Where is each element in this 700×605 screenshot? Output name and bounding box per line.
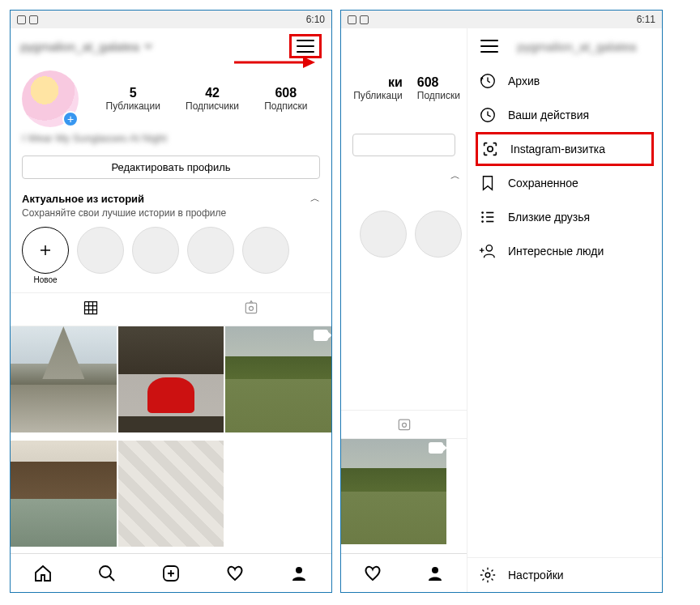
app-status-icon xyxy=(29,15,38,24)
highlight-placeholder xyxy=(187,227,234,284)
posts-label-cut: Публикаци xyxy=(353,90,403,101)
profile-bio: I Wear My Sunglasses At Night xyxy=(11,127,331,147)
app-status-icon xyxy=(360,15,369,24)
post-thumbnail[interactable] xyxy=(118,326,224,432)
profile-background-sliver: ки Публикаци 608 Подписки ︿ xyxy=(341,28,467,553)
panel-username: pygmalion_at_galatea xyxy=(502,40,652,53)
svg-point-4 xyxy=(100,566,111,577)
phone-left: 6:10 pygmalion_at_galatea + 5 Публикации… xyxy=(10,10,332,593)
status-left-icons xyxy=(348,15,369,24)
archive-icon xyxy=(479,72,497,90)
profile-icon xyxy=(289,564,309,583)
search-icon xyxy=(97,564,117,583)
menu-archive-label: Архив xyxy=(508,75,540,87)
grid-icon xyxy=(83,300,99,316)
highlights-subtitle: Сохраняйте свои лучшие истории в профиле xyxy=(11,207,331,224)
followers-label: Подписчики xyxy=(186,100,239,112)
menu-activity[interactable]: Ваши действия xyxy=(467,98,662,132)
highlight-new-label: Новое xyxy=(33,275,57,284)
svg-point-13 xyxy=(488,147,493,151)
highlight-new[interactable]: Новое xyxy=(22,227,69,284)
menu-discover[interactable]: Интересные люди xyxy=(467,234,662,268)
svg-point-16 xyxy=(481,220,484,223)
feed-tabs xyxy=(11,292,331,326)
profile-stats: 5 Публикации 42 Подписчики 608 Подписки xyxy=(93,86,320,112)
bottom-nav-sliver xyxy=(341,553,467,592)
svg-line-5 xyxy=(109,576,114,581)
activity-icon xyxy=(479,106,497,124)
highlight-placeholder xyxy=(77,227,124,284)
add-person-icon xyxy=(479,242,497,260)
add-post-icon xyxy=(161,564,181,583)
phone-right: 6:11 ки Публикаци 608 Подписки ︿ xyxy=(340,10,663,593)
following-label: Подписки xyxy=(417,90,460,101)
menu-settings-label: Настройки xyxy=(508,569,564,582)
heart-icon xyxy=(225,564,245,583)
username-text: pygmalion_at_galatea xyxy=(20,40,139,53)
profile-icon xyxy=(425,564,445,583)
gear-icon xyxy=(479,566,497,584)
menu-archive[interactable]: Архив xyxy=(467,64,662,98)
posts-label: Публикации xyxy=(106,100,160,112)
profile-avatar[interactable]: + xyxy=(22,70,79,127)
svg-point-21 xyxy=(485,573,490,577)
highlights-row: Новое xyxy=(11,224,331,289)
highlights-title: Актуальное из историй xyxy=(22,193,144,205)
menu-close-button[interactable] xyxy=(477,36,502,56)
edit-profile-button[interactable]: Редактировать профиль xyxy=(22,156,320,179)
highlights-header[interactable]: Актуальное из историй ︿ xyxy=(11,187,331,207)
nametag-icon xyxy=(481,140,499,158)
posts-stat[interactable]: 5 Публикации xyxy=(106,86,160,112)
tagged-tab[interactable] xyxy=(171,293,331,326)
nav-home[interactable] xyxy=(27,557,59,590)
nav-activity[interactable] xyxy=(219,557,251,590)
menu-settings[interactable]: Настройки xyxy=(467,557,662,592)
instagram-status-icon xyxy=(17,15,26,24)
svg-marker-1 xyxy=(303,57,315,68)
side-menu-panel: pygmalion_at_galatea Архив Ваши действия… xyxy=(467,28,662,592)
tutorial-arrow xyxy=(234,54,315,70)
menu-close-friends[interactable]: Близкие друзья xyxy=(467,200,662,234)
home-icon xyxy=(33,564,53,583)
nav-profile[interactable] xyxy=(283,557,315,590)
menu-nametag[interactable]: Instagram-визитка xyxy=(476,132,654,166)
menu-saved[interactable]: Сохраненное xyxy=(467,166,662,200)
username-dropdown[interactable]: pygmalion_at_galatea xyxy=(20,40,152,53)
profile-info-row: + 5 Публикации 42 Подписчики 608 Подписк… xyxy=(11,64,331,127)
post-thumbnail[interactable] xyxy=(11,441,117,547)
following-count: 608 xyxy=(417,75,460,90)
video-badge-icon xyxy=(429,442,443,454)
svg-rect-8 xyxy=(399,420,409,430)
menu-discover-label: Интересные люди xyxy=(508,245,604,258)
post-thumbnail[interactable] xyxy=(11,326,117,432)
instagram-status-icon xyxy=(348,15,356,24)
photo-grid xyxy=(11,326,331,553)
following-stat[interactable]: 608 Подписки xyxy=(264,86,307,112)
tagged-icon xyxy=(396,416,412,432)
grid-tab[interactable] xyxy=(11,293,171,326)
highlight-placeholder xyxy=(132,227,179,284)
status-left-icons xyxy=(17,15,38,24)
following-label: Подписки xyxy=(264,100,307,112)
svg-point-15 xyxy=(481,216,484,219)
hamburger-icon xyxy=(297,40,314,53)
add-story-badge[interactable]: + xyxy=(62,111,79,127)
svg-rect-2 xyxy=(245,303,256,313)
nav-profile[interactable] xyxy=(419,557,451,590)
following-count: 608 xyxy=(264,86,307,100)
plus-circle-icon xyxy=(22,227,69,274)
nav-search[interactable] xyxy=(91,557,123,590)
nav-activity[interactable] xyxy=(356,557,389,590)
post-thumbnail[interactable] xyxy=(118,441,224,547)
menu-saved-label: Сохраненное xyxy=(508,177,578,190)
menu-close-friends-label: Близкие друзья xyxy=(508,211,590,224)
followers-stat[interactable]: 42 Подписчики xyxy=(186,86,239,112)
post-empty xyxy=(225,441,331,547)
panel-header: pygmalion_at_galatea xyxy=(467,28,662,64)
bookmark-icon xyxy=(479,174,497,192)
post-thumbnail[interactable] xyxy=(225,326,331,432)
list-icon xyxy=(479,208,497,226)
bottom-nav xyxy=(11,553,331,592)
highlight-placeholder xyxy=(242,227,289,284)
nav-add[interactable] xyxy=(155,557,187,590)
